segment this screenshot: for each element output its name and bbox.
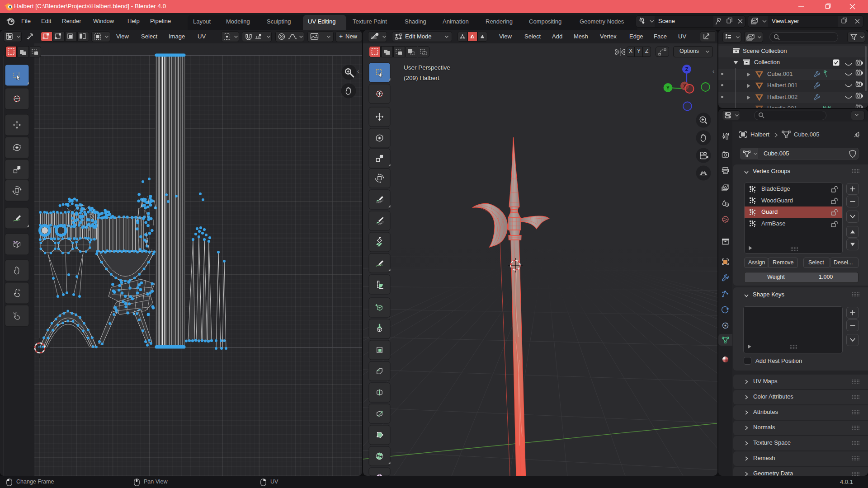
svg-text:Y: Y bbox=[666, 85, 670, 90]
svg-text:Z: Z bbox=[685, 66, 689, 72]
